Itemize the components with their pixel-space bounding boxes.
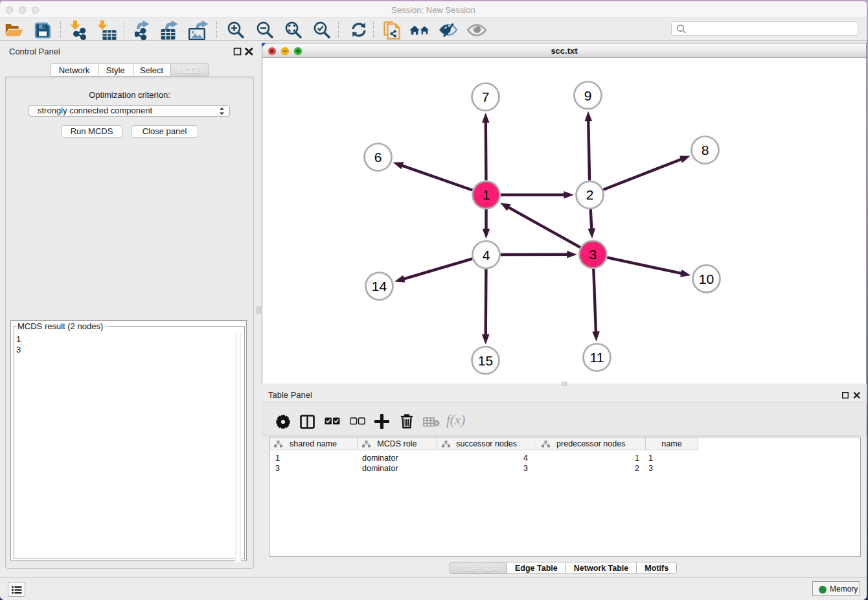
svg-text:1: 1 (483, 187, 490, 202)
svg-text:3: 3 (589, 247, 597, 262)
svg-text:2: 2 (586, 187, 594, 202)
svg-text:10: 10 (699, 271, 714, 286)
svg-text:14: 14 (372, 279, 387, 294)
svg-text:9: 9 (584, 88, 592, 103)
svg-text:11: 11 (590, 350, 604, 365)
svg-text:4: 4 (483, 248, 490, 262)
svg-text:7: 7 (482, 89, 490, 104)
svg-text:6: 6 (374, 150, 382, 165)
svg-text:15: 15 (478, 353, 493, 368)
svg-text:8: 8 (702, 143, 709, 157)
